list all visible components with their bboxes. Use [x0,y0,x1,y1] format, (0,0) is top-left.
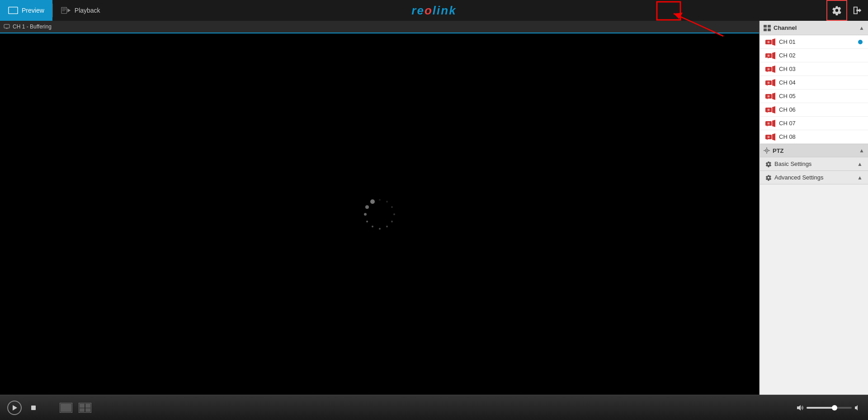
channel-chevron-up: ▲ [859,25,864,31]
channel-06-label: CH 06 [779,106,796,113]
basic-settings-item[interactable]: Basic Settings ▲ [760,157,868,171]
ptz-header-label: PTZ [773,147,784,154]
advanced-settings-item[interactable]: Advanced Settings ▲ [760,171,868,184]
channel-item-04[interactable]: CH 04 [760,76,868,90]
camera-icon-ch08 [765,133,775,141]
svg-point-26 [768,57,769,58]
channel-01-label: CH 01 [779,38,796,45]
logout-icon [853,5,863,15]
camera-icon-ch02 [765,52,775,59]
svg-point-41 [767,98,768,99]
camera-icon-ch04 [765,79,775,86]
channel-04-label: CH 04 [779,79,796,86]
svg-marker-28 [772,66,775,73]
svg-point-35 [768,82,769,83]
svg-marker-75 [855,405,858,411]
single-layout-icon [60,403,72,413]
playback-label: Playback [75,7,100,14]
channel-item-08[interactable]: CH 08 [760,130,868,144]
ptz-section-header[interactable]: PTZ ▲ [760,144,868,157]
play-button[interactable] [7,401,22,415]
svg-rect-70 [80,404,85,408]
single-layout-button[interactable] [59,402,73,413]
logout-button[interactable] [847,0,868,21]
volume-thumb[interactable] [832,405,837,411]
volume-max-icon [854,405,861,411]
brand-logo: reolink [411,4,456,18]
preview-icon [8,6,18,14]
svg-point-46 [767,111,768,112]
svg-point-30 [768,68,769,70]
channel-section-header[interactable]: Channel ▲ [760,21,868,35]
basic-settings-label: Basic Settings [774,160,811,167]
video-canvas [0,33,759,395]
svg-marker-53 [772,133,775,141]
channel-item-03[interactable]: CH 03 [760,62,868,76]
multi-layout-button[interactable] [78,402,92,413]
channel-item-02[interactable]: CH 02 [760,49,868,62]
svg-marker-9 [67,9,71,12]
video-header: CH 1 - Buffering [0,21,759,33]
sidebar: Channel ▲ CH 01 [760,21,868,395]
svg-marker-74 [797,405,801,411]
volume-slider[interactable] [807,407,852,409]
channel-status: CH 1 - Buffering [13,24,52,30]
svg-rect-73 [85,408,90,412]
ptz-chevron-up: ▲ [859,147,864,154]
svg-rect-64 [31,406,36,410]
svg-marker-48 [772,120,775,127]
svg-rect-14 [768,25,771,28]
channel-header-label: Channel [774,24,797,31]
advanced-settings-label: Advanced Settings [774,174,823,181]
bottom-bar [0,395,868,420]
ptz-icon [764,147,770,154]
svg-point-51 [767,125,768,126]
svg-rect-13 [764,25,767,28]
volume-section [797,404,861,411]
camera-icon-ch01 [765,38,775,46]
stop-button[interactable] [26,401,41,415]
camera-icon-ch07 [765,120,775,127]
play-icon [11,405,18,411]
svg-marker-33 [772,79,775,86]
volume-icon [797,404,804,411]
gear-icon [832,5,842,15]
camera-icon-ch05 [765,93,775,100]
svg-marker-43 [772,106,775,113]
svg-point-24 [768,55,769,56]
nav-right-controls [826,0,868,21]
monitor-icon [4,24,10,29]
channel-list-icon [764,25,771,31]
svg-rect-10 [4,24,9,28]
basic-settings-icon [765,161,772,167]
svg-rect-72 [80,408,85,412]
channel-item-07[interactable]: CH 07 [760,117,868,130]
svg-point-45 [768,109,769,110]
channel-08-label: CH 08 [779,133,796,140]
svg-marker-18 [772,38,775,46]
channel-item-05[interactable]: CH 05 [760,90,868,103]
svg-point-31 [767,71,768,71]
svg-rect-2 [14,8,17,11]
channel-list: CH 01 CH 02 [760,35,868,144]
channel-item-01[interactable]: CH 01 [760,35,868,49]
multi-layout-icon [79,403,91,413]
preview-tab[interactable]: Preview [0,0,52,21]
svg-rect-71 [85,404,90,408]
preview-label: Preview [22,7,44,14]
camera-icon-ch03 [765,66,775,73]
loading-spinner [353,187,407,241]
camera-icon-ch06 [765,106,775,113]
svg-marker-38 [772,93,775,100]
svg-point-50 [768,123,769,124]
channel-03-label: CH 03 [779,66,796,72]
advanced-settings-icon [765,175,772,181]
playback-tab[interactable]: Playback [53,0,108,21]
settings-button[interactable] [826,0,847,21]
svg-point-55 [768,136,769,137]
channel-05-label: CH 05 [779,93,796,99]
channel-item-06[interactable]: CH 06 [760,103,868,117]
svg-rect-15 [764,28,767,31]
svg-rect-4 [14,11,17,13]
channel-02-label: CH 02 [779,52,796,59]
